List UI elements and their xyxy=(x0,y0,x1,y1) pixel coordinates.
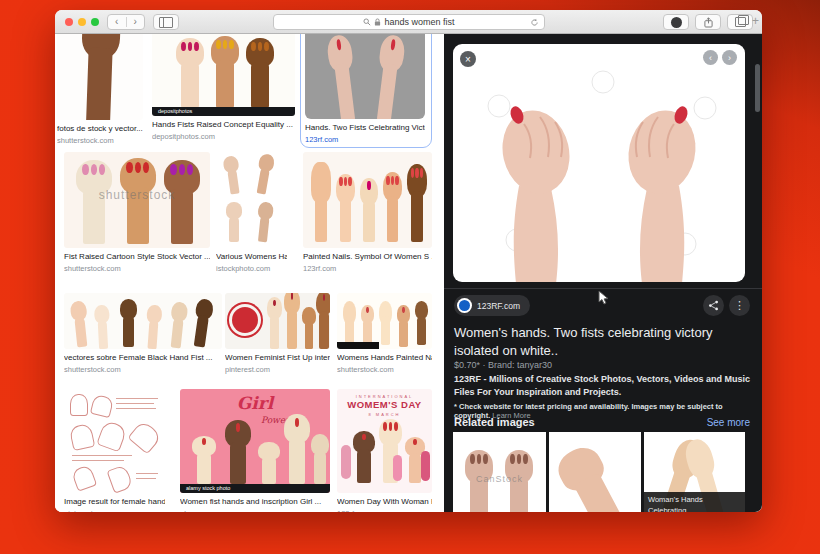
result-card[interactable]: Women Feminist Fist Up internat... pinte… xyxy=(225,293,330,374)
result-card-selected[interactable]: Hands. Two Fists Celebrating Victory ...… xyxy=(300,34,432,148)
result-title[interactable]: vectores sobre Female Black Hand Fist ..… xyxy=(64,353,222,363)
result-domain: alamy.com xyxy=(180,509,330,512)
search-icon xyxy=(363,18,371,26)
result-card[interactable]: vectores sobre Female Black Hand Fist ..… xyxy=(64,293,222,374)
zoom-window-button[interactable] xyxy=(91,18,99,26)
womens-day-text: WOMEM'S DAY xyxy=(337,399,432,410)
source-label: 123RF.com xyxy=(477,301,520,311)
address-bar[interactable]: hands women fist xyxy=(273,14,545,30)
related-thumbnail[interactable]: Woman's Hands Celebrating ... 123rf.c xyxy=(644,432,745,512)
result-domain: 123rf.com xyxy=(337,509,432,512)
share-nodes-icon xyxy=(708,300,719,311)
next-image-button[interactable]: › xyxy=(722,50,737,65)
result-thumbnail[interactable]: INTERNATIONAL WOMEM'S DAY 8 MARCH xyxy=(337,389,432,493)
result-domain: depositphotos.com xyxy=(152,132,295,141)
result-thumbnail[interactable]: WOMEN THE POWER depositphotos xyxy=(152,34,295,116)
feminist-badge xyxy=(232,307,258,333)
image-title: Women's hands. Two fists celebrating vic… xyxy=(454,324,756,359)
close-preview-button[interactable]: × xyxy=(460,51,476,67)
result-title[interactable]: Fist Raised Cartoon Style Stock Vector .… xyxy=(64,252,210,262)
shutterstock-watermark: shutterstock xyxy=(64,188,210,202)
result-thumbnail[interactable] xyxy=(64,293,222,349)
close-window-button[interactable] xyxy=(65,18,73,26)
girl-text: Girl xyxy=(180,393,330,413)
tabs-overview-button[interactable] xyxy=(727,14,753,30)
see-more-link[interactable]: See more xyxy=(707,417,750,428)
share-image-button[interactable] xyxy=(703,295,724,316)
result-title[interactable]: Women fist hands and inscription Girl ..… xyxy=(180,497,330,507)
result-thumbnail[interactable]: shutterstock xyxy=(64,152,210,248)
tabs-icon xyxy=(735,17,746,27)
browser-window: ‹ › hands women fist xyxy=(55,10,762,512)
result-title[interactable]: Women Feminist Fist Up internat... xyxy=(225,353,330,363)
price-brand-meta: $0.70* · Brand: tanyar30 xyxy=(454,360,552,370)
watermark-bar xyxy=(337,342,379,349)
related-caption-line1: Woman's Hands Celebrating ... xyxy=(648,495,741,512)
result-title[interactable]: Women Day With Woman Fist Han... xyxy=(337,497,432,507)
result-card[interactable]: shutterstock Fist Raised Cartoon Style S… xyxy=(64,152,210,273)
result-title[interactable]: fotos de stock y vector... xyxy=(57,124,143,134)
result-title[interactable]: Hands. Two Fists Celebrating Victory ... xyxy=(305,123,425,133)
march-text: 8 MARCH xyxy=(337,412,432,417)
result-card[interactable]: WOMEN THE POWER depositphotos Hands Fist… xyxy=(152,34,295,141)
prev-image-button[interactable]: ‹ xyxy=(703,50,718,65)
minimize-window-button[interactable] xyxy=(78,18,86,26)
related-images-heading: Related images xyxy=(454,416,535,428)
image-description: 123RF - Millions of Creative Stock Photo… xyxy=(454,373,756,399)
related-thumbnail[interactable]: CanStock xyxy=(453,432,546,512)
search-results-grid: fotos de stock y vector... shutterstock.… xyxy=(55,34,444,512)
result-domain: shutterstock.com xyxy=(57,136,143,145)
desktop-background: ‹ › hands women fist xyxy=(0,0,820,554)
share-icon xyxy=(704,17,713,28)
stock-watermark-bar: depositphotos xyxy=(152,107,295,116)
result-thumbnail[interactable] xyxy=(225,293,330,349)
result-title[interactable]: Various Womens Hand... xyxy=(216,252,287,262)
alamy-watermark-bar: alamy stock photo xyxy=(180,484,330,493)
forward-button[interactable]: › xyxy=(126,15,144,29)
image-detail-panel: × ‹ › 123RF.com xyxy=(444,34,762,512)
mouse-cursor xyxy=(597,290,610,306)
reload-icon[interactable] xyxy=(530,18,539,27)
more-options-button[interactable]: ⋮ xyxy=(729,295,750,316)
result-card[interactable]: Girl Power alamy stock photo Women fist … xyxy=(180,389,330,512)
extension-button[interactable] xyxy=(663,14,689,30)
result-card[interactable]: Various Womens Hand... istockphoto.com xyxy=(216,152,287,273)
two-fists-photo xyxy=(453,44,745,282)
new-tab-button[interactable]: + xyxy=(752,14,759,28)
result-domain: 123rf.com xyxy=(305,135,425,144)
result-domain: shutterstock.com xyxy=(64,264,210,273)
result-card[interactable]: Womens Hands Painted Nail... shutterstoc… xyxy=(337,293,432,374)
sidebar-icon xyxy=(159,17,173,28)
share-button[interactable] xyxy=(695,14,721,30)
search-query-text[interactable]: hands women fist xyxy=(384,17,454,27)
result-domain: shutterstock.com xyxy=(64,365,222,374)
divider xyxy=(444,288,762,289)
lock-icon xyxy=(374,18,381,26)
related-thumbnail[interactable] xyxy=(549,432,641,512)
result-thumbnail[interactable] xyxy=(216,152,287,248)
result-title[interactable]: Image result for female hands w... xyxy=(64,497,165,507)
back-button[interactable]: ‹ xyxy=(108,15,126,29)
page-content: fotos de stock y vector... shutterstock.… xyxy=(55,34,762,512)
source-badge[interactable]: 123RF.com xyxy=(454,295,530,316)
preview-image[interactable]: × ‹ › xyxy=(453,44,745,282)
result-card[interactable]: INTERNATIONAL WOMEM'S DAY 8 MARCH Women … xyxy=(337,389,432,512)
result-thumbnail[interactable] xyxy=(64,389,165,493)
result-domain: pinterest.com xyxy=(225,365,330,374)
result-card[interactable]: Image result for female hands w... pinte… xyxy=(64,389,165,512)
result-thumbnail[interactable] xyxy=(57,34,143,120)
result-thumbnail[interactable] xyxy=(305,34,425,119)
canstock-watermark: CanStock xyxy=(453,474,546,484)
result-card[interactable]: fotos de stock y vector... shutterstock.… xyxy=(57,34,143,145)
result-thumbnail[interactable] xyxy=(303,152,432,248)
result-thumbnail[interactable] xyxy=(337,293,432,349)
result-title[interactable]: Womens Hands Painted Nail... xyxy=(337,353,432,363)
result-card[interactable]: Painted Nails. Symbol Of Women S ... 123… xyxy=(303,152,432,273)
sidebar-toggle-button[interactable] xyxy=(153,14,179,30)
result-title[interactable]: Painted Nails. Symbol Of Women S ... xyxy=(303,252,432,262)
result-thumbnail[interactable]: Girl Power alamy stock photo xyxy=(180,389,330,493)
panel-scrollbar[interactable] xyxy=(755,64,760,112)
result-domain: shutterstock.com xyxy=(337,365,432,374)
browser-toolbar: ‹ › hands women fist xyxy=(55,10,762,34)
result-title[interactable]: Hands Fists Raised Concept Equality ... xyxy=(152,120,295,130)
